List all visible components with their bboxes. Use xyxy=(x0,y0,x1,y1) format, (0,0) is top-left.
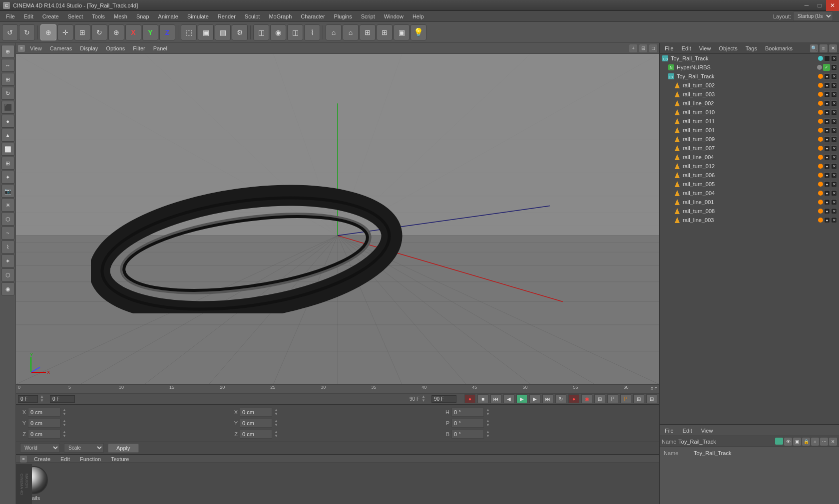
snap-btn[interactable]: ⌂ xyxy=(326,24,342,40)
list-item-0[interactable]: rail_turn_002 ● ✕ xyxy=(660,81,839,90)
frame-current-input[interactable] xyxy=(50,395,75,403)
list-item-8[interactable]: rail_line_004 ● ✕ xyxy=(660,153,839,162)
frame-down[interactable]: ▼ xyxy=(40,399,48,403)
vp-panel[interactable]: Panel xyxy=(150,45,170,52)
obj-group-sq1[interactable]: ● xyxy=(824,73,830,79)
item-2-sq1[interactable]: ● xyxy=(824,100,830,106)
viewport[interactable]: Perspective xyxy=(16,54,659,384)
item-11-sq2[interactable]: ✕ xyxy=(831,181,837,187)
first-frame-button[interactable]: ⏮ xyxy=(490,394,501,403)
motion-button[interactable]: P xyxy=(607,394,618,403)
menu-animate[interactable]: Animate xyxy=(154,12,182,20)
item-10-sq2[interactable]: ✕ xyxy=(831,172,837,178)
rp-file[interactable]: File xyxy=(662,45,677,52)
obj-hypernurbs-vis[interactable] xyxy=(817,65,822,70)
rp-icon-search[interactable]: 🔍 xyxy=(810,44,818,52)
item-15-sq1[interactable]: ● xyxy=(824,217,830,223)
rot-h-down[interactable]: ▼ xyxy=(486,412,490,416)
list-item-12[interactable]: rail_turn_004 ● ✕ xyxy=(660,189,839,198)
list-item-2[interactable]: rail_line_002 ● ✕ xyxy=(660,99,839,108)
material-menu-icon[interactable]: ≡ xyxy=(20,456,27,463)
item-8-dot[interactable] xyxy=(818,155,823,160)
menu-mesh[interactable]: Mesh xyxy=(110,12,131,20)
item-14-sq1[interactable]: ● xyxy=(824,208,830,214)
item-3-sq1[interactable]: ● xyxy=(824,109,830,115)
list-item-10[interactable]: rail_turn_006 ● ✕ xyxy=(660,171,839,180)
obj-tag-icon[interactable]: ⌂ xyxy=(811,438,819,446)
rp-bookmarks[interactable]: Bookmarks xyxy=(762,45,796,52)
sidebar-deform[interactable]: ⌇ xyxy=(1,241,14,253)
workspace-btn[interactable]: ⊞ xyxy=(377,24,393,40)
obj-more-icon[interactable]: ⋯ xyxy=(820,438,828,446)
sidebar-sculpt[interactable]: ◉ xyxy=(1,282,14,295)
menu-help[interactable]: Help xyxy=(409,12,428,20)
object-manager[interactable]: ◫ xyxy=(253,24,269,40)
item-12-sq2[interactable]: ✕ xyxy=(831,190,837,196)
menu-render[interactable]: Render xyxy=(214,12,240,20)
next-frame-button[interactable]: ▶ xyxy=(529,394,540,403)
end-down[interactable]: ▼ xyxy=(421,399,429,403)
obj-root-col1[interactable]: ✕ xyxy=(831,55,837,61)
item-1-dot[interactable] xyxy=(818,92,823,97)
record2-button[interactable]: ● xyxy=(568,394,579,403)
render-viewport[interactable]: ▤ xyxy=(215,24,231,40)
maximize-button[interactable]: □ xyxy=(813,0,826,11)
vp-icon-1[interactable]: + xyxy=(629,44,637,52)
scale-dropdown[interactable]: Scale Size xyxy=(64,443,104,453)
item-14-dot[interactable] xyxy=(818,209,823,214)
sidebar-move[interactable]: ↔ xyxy=(1,59,14,72)
sidebar-cube[interactable]: ⬛ xyxy=(1,101,14,114)
pos-y-input[interactable] xyxy=(28,419,60,428)
rotate-tool[interactable]: ↻ xyxy=(91,24,107,40)
keying-button[interactable]: ⊞ xyxy=(594,394,605,403)
xyz-z-btn[interactable]: Z xyxy=(159,24,175,40)
vp-options[interactable]: Options xyxy=(103,45,128,52)
item-12-dot[interactable] xyxy=(818,191,823,196)
item-10-dot[interactable] xyxy=(818,173,823,178)
rp-edit[interactable]: Edit xyxy=(679,45,694,52)
item-0-sq2[interactable]: ✕ xyxy=(831,82,837,88)
obj-color-swatch[interactable] xyxy=(775,438,783,445)
list-item-11[interactable]: rail_turn_005 ● ✕ xyxy=(660,180,839,189)
menu-window[interactable]: Window xyxy=(380,12,408,20)
motion3-button[interactable]: ⊟ xyxy=(646,394,657,403)
item-4-sq2[interactable]: ✕ xyxy=(831,118,837,124)
light-btn[interactable]: 💡 xyxy=(411,24,426,40)
undo-button[interactable]: ↺ xyxy=(2,24,18,40)
item-15-sq2[interactable]: ✕ xyxy=(831,217,837,223)
item-5-sq2[interactable]: ✕ xyxy=(831,127,837,133)
menu-script[interactable]: Script xyxy=(357,12,379,20)
obj-x-icon[interactable]: ✕ xyxy=(829,438,837,446)
obj-group-vis[interactable] xyxy=(818,74,823,79)
item-4-sq1[interactable]: ● xyxy=(824,118,830,124)
item-1-sq1[interactable]: ● xyxy=(824,91,830,97)
item-14-sq2[interactable]: ✕ xyxy=(831,208,837,214)
item-11-dot[interactable] xyxy=(818,182,823,187)
vp-icon-2[interactable]: ⊟ xyxy=(639,44,647,52)
sidebar-cone[interactable]: ▲ xyxy=(1,129,14,142)
menu-file[interactable]: File xyxy=(2,12,19,20)
pos-z-input[interactable] xyxy=(28,430,60,439)
vp-cameras[interactable]: Cameras xyxy=(47,45,75,52)
obj-vis-icon[interactable]: 👁 xyxy=(784,438,792,446)
item-7-dot[interactable] xyxy=(818,146,823,151)
obj-render-icon[interactable]: ▣ xyxy=(793,438,801,446)
pos-x-down[interactable]: ▼ xyxy=(62,412,66,416)
minimize-button[interactable]: ─ xyxy=(800,0,813,11)
item-4-dot[interactable] xyxy=(818,119,823,124)
sidebar-plane[interactable]: ⬜ xyxy=(1,143,14,156)
list-item-14[interactable]: rail_turn_008 ● ✕ xyxy=(660,207,839,216)
menu-snap[interactable]: Snap xyxy=(132,12,153,20)
rp-tags[interactable]: Tags xyxy=(743,45,760,52)
list-item-5[interactable]: rail_turn_001 ● ✕ xyxy=(660,126,839,135)
item-6-sq1[interactable]: ● xyxy=(824,136,830,142)
prop-view[interactable]: View xyxy=(698,427,716,434)
sidebar-light[interactable]: ☀ xyxy=(1,199,14,212)
item-5-dot[interactable] xyxy=(818,128,823,133)
item-5-sq1[interactable]: ● xyxy=(824,127,830,133)
size-z-input[interactable] xyxy=(240,430,272,439)
item-9-sq2[interactable]: ✕ xyxy=(831,163,837,169)
rp-icon-menu[interactable]: ≡ xyxy=(820,44,828,52)
loop-button[interactable]: ↻ xyxy=(555,394,566,403)
obj-group-sq2[interactable]: ✕ xyxy=(831,73,837,79)
